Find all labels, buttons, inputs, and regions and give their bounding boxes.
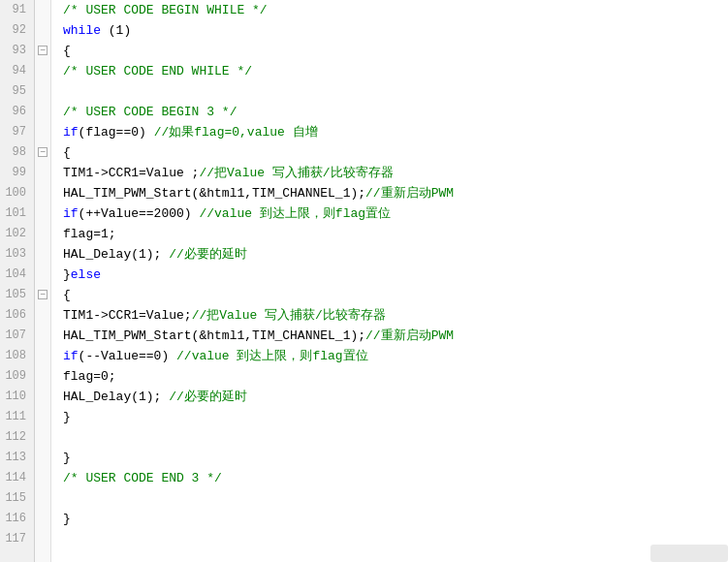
code-line: { [59, 41, 728, 61]
code-line: /* USER CODE BEGIN 3 */ [59, 102, 728, 122]
code-line: }else [59, 265, 728, 285]
line-number: 105 [2, 285, 30, 305]
fold-cell [35, 529, 50, 549]
line-number: 94 [2, 61, 30, 81]
code-line: } [59, 448, 728, 468]
fold-cell [35, 366, 50, 387]
code-line [59, 529, 728, 549]
line-number: 102 [2, 224, 30, 244]
fold-cell[interactable]: − [35, 142, 50, 163]
fold-cell [35, 387, 50, 407]
fold-cell [35, 305, 50, 326]
line-number: 114 [2, 468, 30, 488]
line-number: 106 [2, 305, 30, 326]
fold-cell [35, 488, 50, 509]
line-numbers: 9192939495969798991001011021031041051061… [0, 0, 35, 562]
fold-cell [35, 20, 50, 41]
code-line: flag=0; [59, 366, 728, 387]
line-number: 103 [2, 244, 30, 265]
code-line: if(--Value==0) //value 到达上限，则flag置位 [59, 346, 728, 366]
line-number: 110 [2, 387, 30, 407]
line-number: 93 [2, 41, 30, 61]
fold-cell [35, 224, 50, 244]
line-number: 113 [2, 448, 30, 468]
line-number: 95 [2, 81, 30, 102]
line-number: 96 [2, 102, 30, 122]
fold-cell [35, 265, 50, 285]
code-line: /* USER CODE BEGIN WHILE */ [59, 0, 728, 20]
code-line: { [59, 285, 728, 305]
fold-cell [35, 61, 50, 81]
fold-cell [35, 427, 50, 448]
fold-cell[interactable]: − [35, 285, 50, 305]
fold-button[interactable]: − [38, 147, 47, 157]
line-number: 92 [2, 20, 30, 41]
code-line: flag=1; [59, 224, 728, 244]
code-line [59, 81, 728, 102]
line-number: 109 [2, 366, 30, 387]
line-number: 91 [2, 0, 30, 20]
fold-cell [35, 203, 50, 224]
fold-cell[interactable]: − [35, 41, 50, 61]
line-number: 104 [2, 265, 30, 285]
code-line: /* USER CODE END 3 */ [59, 468, 728, 488]
fold-cell [35, 244, 50, 265]
fold-cell [35, 102, 50, 122]
fold-cell [35, 346, 50, 366]
code-line [59, 488, 728, 509]
fold-button[interactable]: − [38, 46, 47, 55]
line-number: 100 [2, 183, 30, 203]
fold-cell [35, 81, 50, 102]
line-number: 99 [2, 163, 30, 183]
code-line: } [59, 407, 728, 427]
line-number: 117 [2, 529, 30, 549]
line-number: 111 [2, 407, 30, 427]
code-line: if(flag==0) //如果flag=0,value 自增 [59, 122, 728, 142]
code-line: { [59, 142, 728, 163]
fold-cell [35, 407, 50, 427]
fold-cell [35, 183, 50, 203]
fold-cell [35, 509, 50, 529]
line-number: 98 [2, 142, 30, 163]
code-line: HAL_TIM_PWM_Start(&html1,TIM_CHANNEL_1);… [59, 183, 728, 203]
code-line: while (1) [59, 20, 728, 41]
line-number: 97 [2, 122, 30, 142]
code-line: /* USER CODE END WHILE */ [59, 61, 728, 81]
line-number: 112 [2, 427, 30, 448]
line-number: 116 [2, 509, 30, 529]
fold-cell [35, 0, 50, 20]
code-line: HAL_Delay(1); //必要的延时 [59, 244, 728, 265]
fold-cell [35, 448, 50, 468]
code-line [59, 427, 728, 448]
line-number: 107 [2, 326, 30, 346]
fold-cell [35, 326, 50, 346]
code-line: } [59, 509, 728, 529]
code-line: TIM1->CCR1=Value ;//把Value 写入捕获/比较寄存器 [59, 163, 728, 183]
code-line: HAL_Delay(1); //必要的延时 [59, 387, 728, 407]
code-area[interactable]: /* USER CODE BEGIN WHILE */ while (1) { … [51, 0, 728, 562]
fold-button[interactable]: − [38, 290, 47, 299]
code-line: HAL_TIM_PWM_Start(&html1,TIM_CHANNEL_1);… [59, 326, 728, 346]
fold-column[interactable]: −−− [35, 0, 51, 562]
code-editor: 9192939495969798991001011021031041051061… [0, 0, 728, 562]
line-number: 101 [2, 203, 30, 224]
code-line: TIM1->CCR1=Value;//把Value 写入捕获/比较寄存器 [59, 305, 728, 326]
scrollbar[interactable] [650, 545, 728, 562]
fold-cell [35, 468, 50, 488]
code-line: if(++Value==2000) //value 到达上限，则flag置位 [59, 203, 728, 224]
fold-cell [35, 122, 50, 142]
line-number: 108 [2, 346, 30, 366]
fold-cell [35, 163, 50, 183]
line-number: 115 [2, 488, 30, 509]
